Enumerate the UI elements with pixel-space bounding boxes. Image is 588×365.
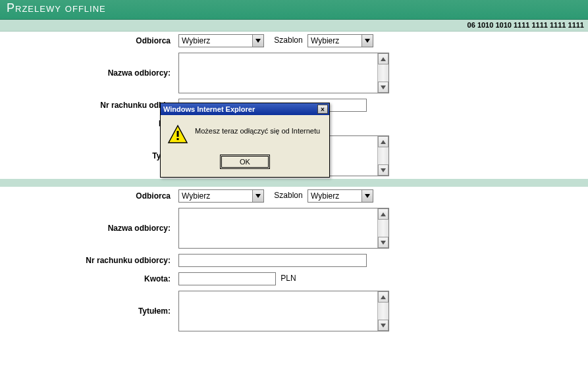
page-header: Przelewy offline xyxy=(0,0,588,20)
dialog-title: Windows Internet Explorer xyxy=(163,105,317,113)
template-select-1[interactable]: Wybierz xyxy=(307,34,373,47)
recipient-select-1-value: Wybierz xyxy=(179,35,254,47)
scroll-up-icon[interactable] xyxy=(378,53,388,64)
svg-marker-11 xyxy=(381,324,386,328)
svg-rect-13 xyxy=(177,131,179,137)
chevron-down-icon[interactable] xyxy=(252,190,263,202)
scrollbar[interactable] xyxy=(377,291,388,331)
scrollbar[interactable] xyxy=(377,136,388,176)
currency-label: PLN xyxy=(281,274,296,283)
template-select-2[interactable]: Wybierz xyxy=(307,189,373,203)
label-tytulem-cut: Tytuł xyxy=(0,133,174,179)
label-szablon: Szablon xyxy=(274,191,302,200)
recipient-select-2-value: Wybierz xyxy=(179,190,254,202)
close-icon[interactable]: × xyxy=(317,105,328,114)
amount-input-2[interactable] xyxy=(178,272,276,285)
template-select-2-value: Wybierz xyxy=(308,190,363,202)
scrollbar[interactable] xyxy=(377,53,388,93)
svg-marker-5 xyxy=(381,168,386,172)
chevron-down-icon[interactable] xyxy=(361,35,373,47)
svg-marker-10 xyxy=(381,295,386,299)
scroll-down-icon[interactable] xyxy=(378,237,388,248)
scrollbar[interactable] xyxy=(377,208,388,248)
label-kwota: Kwota: xyxy=(0,270,174,288)
label-odbiorca: Odbiorca xyxy=(0,187,174,205)
account-number: 06 1010 1010 1111 1111 1111 1111 xyxy=(468,21,584,29)
separator xyxy=(0,179,588,187)
label-tytulem: Tytułem: xyxy=(0,288,174,334)
alert-dialog: Windows Internet Explorer × Możesz teraz… xyxy=(160,103,330,178)
scroll-down-icon[interactable] xyxy=(378,320,388,331)
page-title: Przelewy offline xyxy=(7,1,106,15)
scroll-up-icon[interactable] xyxy=(378,136,388,147)
label-kwota-cut: Kw xyxy=(0,114,174,133)
dialog-message: Możesz teraz odłączyć się od Internetu xyxy=(195,124,320,135)
svg-marker-3 xyxy=(381,85,386,89)
label-szablon: Szablon xyxy=(274,36,302,45)
recipient-select-1[interactable]: Wybierz xyxy=(178,34,264,47)
label-nazwa-odbiorcy: Nazwa odbiorcy: xyxy=(0,50,174,96)
warning-icon xyxy=(167,124,188,145)
scroll-up-icon[interactable] xyxy=(378,208,388,220)
svg-marker-2 xyxy=(381,57,386,61)
scroll-down-icon[interactable] xyxy=(378,164,388,176)
svg-marker-4 xyxy=(381,140,386,144)
scroll-down-icon[interactable] xyxy=(378,82,388,93)
svg-marker-0 xyxy=(255,39,261,43)
scroll-up-icon[interactable] xyxy=(378,291,388,303)
recipient-select-2[interactable]: Wybierz xyxy=(178,189,264,203)
transfers-form: Odbiorca Wybierz Szablon Wybierz Nazwa o… xyxy=(0,32,588,334)
svg-marker-1 xyxy=(365,39,370,43)
label-nr-rachunku-cut: Nr rachunku odbio xyxy=(0,96,174,114)
title-input-2[interactable] xyxy=(178,291,389,331)
label-nazwa-odbiorcy: Nazwa odbiorcy: xyxy=(0,205,174,251)
recipient-name-input-2[interactable] xyxy=(178,208,389,249)
svg-marker-7 xyxy=(365,194,370,198)
svg-marker-6 xyxy=(255,194,261,198)
account-number-bar: 06 1010 1010 1111 1111 1111 1111 xyxy=(0,20,588,32)
template-select-1-value: Wybierz xyxy=(308,35,363,47)
recipient-name-input-1[interactable] xyxy=(178,53,389,93)
chevron-down-icon[interactable] xyxy=(361,190,373,202)
svg-marker-8 xyxy=(381,212,386,216)
account-number-input-2[interactable] xyxy=(178,254,367,267)
ok-button[interactable]: OK xyxy=(220,155,270,169)
label-odbiorca: Odbiorca xyxy=(0,32,174,50)
label-nr-rachunku: Nr rachunku odbiorcy: xyxy=(0,251,174,270)
chevron-down-icon[interactable] xyxy=(252,35,263,47)
svg-marker-9 xyxy=(381,241,386,245)
dialog-titlebar[interactable]: Windows Internet Explorer × xyxy=(161,103,329,115)
svg-rect-14 xyxy=(177,138,179,140)
